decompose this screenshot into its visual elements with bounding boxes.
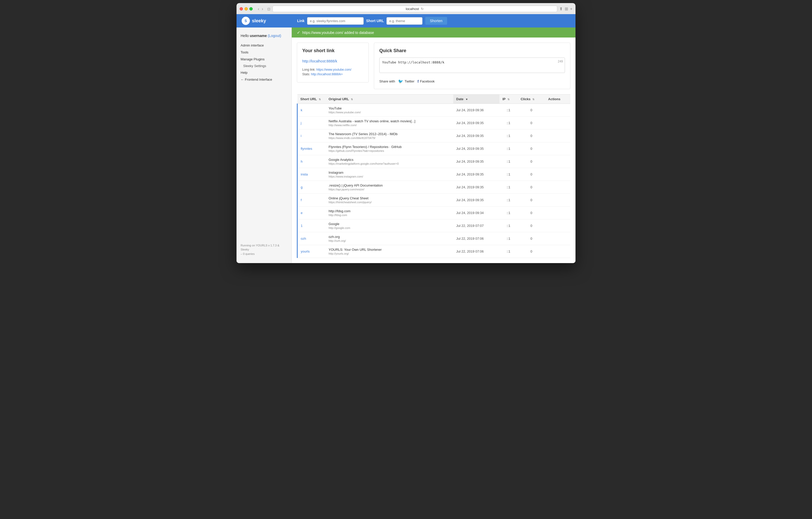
cell-ip-10: ::1 — [499, 232, 518, 245]
top-navbar: S sleeky Link Short URL Shorten — [236, 14, 576, 27]
username-text: username — [250, 34, 267, 38]
share-textarea[interactable] — [379, 58, 565, 73]
twitter-icon: 🐦 — [398, 79, 403, 84]
sidebar-icon[interactable]: ⊞ — [565, 6, 568, 11]
cell-original-4: Google Analytics https://marketingplatfo… — [326, 155, 453, 168]
long-link-url[interactable]: https://www.youtube.com/ — [316, 68, 352, 72]
cell-short-4[interactable]: h — [297, 155, 326, 168]
table-row: flynntes Flynntes (Flynn Tesoriero) / Re… — [297, 142, 571, 155]
cell-clicks-2: 0 — [518, 130, 545, 142]
cell-date-11: Jul 22, 2019 07:06 — [453, 245, 499, 258]
sidebar-item-sleeky-settings[interactable]: Sleeky Settings — [236, 63, 291, 69]
nav-buttons: ‹ › — [257, 7, 264, 11]
sidebar-item-tools[interactable]: Tools — [236, 49, 291, 56]
cell-date-1: Jul 24, 2019 09:35 — [453, 117, 499, 130]
cell-ip-7: ::1 — [499, 194, 518, 207]
banner-text: https://www.youtube.com/ added to databa… — [302, 31, 374, 35]
stats-url[interactable]: http://localhost:8888/k+ — [311, 73, 343, 76]
cell-short-0[interactable]: k — [297, 104, 326, 117]
cell-short-2[interactable]: i — [297, 130, 326, 142]
sidebar-item-admin[interactable]: Admin interface — [236, 42, 291, 49]
url-table-container: Short URL ⇅ Original URL ⇅ Date — [292, 94, 576, 263]
cell-short-11[interactable]: yourls — [297, 245, 326, 258]
logout-link[interactable]: (Logout) — [268, 34, 281, 38]
twitter-label: Twitter — [404, 79, 414, 83]
cell-original-1: Netflix Australia - watch TV shows onlin… — [326, 117, 453, 130]
cell-url-0: https://www.youtube.com/ — [329, 111, 450, 114]
col-ip[interactable]: IP ⇅ — [499, 94, 518, 104]
short-url-input[interactable] — [386, 17, 423, 25]
quick-share-title: Quick Share — [379, 48, 565, 53]
cell-original-7: Online jQuery Cheat Sheet https://htmlch… — [326, 194, 453, 207]
table-row: i The Newsroom (TV Series 2012–2014) - I… — [297, 130, 571, 142]
reload-icon[interactable]: ↻ — [421, 7, 424, 11]
share-icon[interactable]: ⬆ — [559, 6, 563, 11]
cell-date-0: Jul 24, 2019 09:36 — [453, 104, 499, 117]
cell-actions-6[interactable] — [545, 181, 570, 194]
cell-actions-1[interactable] — [545, 117, 570, 130]
cell-ip-2: ::1 — [499, 130, 518, 142]
stats-label: Stats: — [302, 73, 310, 76]
maximize-button[interactable] — [249, 7, 253, 10]
cell-title-3: Flynntes (Flynn Tesoriero) / Repositorie… — [329, 145, 450, 149]
sort-icon-clicks: ⇅ — [532, 98, 534, 101]
cell-clicks-5: 0 — [518, 168, 545, 181]
cell-date-5: Jul 24, 2019 09:35 — [453, 168, 499, 181]
table-row: yourls YOURLS: Your Own URL Shortener ht… — [297, 245, 571, 258]
sidebar-item-help[interactable]: Help — [236, 69, 291, 76]
cell-actions-10[interactable] — [545, 232, 570, 245]
short-url-link[interactable]: http://localhost:8888/k — [302, 59, 337, 63]
cell-actions-3[interactable] — [545, 142, 570, 155]
table-row: e http://fdsg.com http://fdsg.com Jul 24… — [297, 207, 571, 219]
twitter-button[interactable]: 🐦 Twitter — [398, 79, 414, 84]
cell-date-4: Jul 24, 2019 09:35 — [453, 155, 499, 168]
minimize-button[interactable] — [244, 7, 248, 10]
cell-actions-4[interactable] — [545, 155, 570, 168]
cell-short-10[interactable]: ozh — [297, 232, 326, 245]
cell-actions-7[interactable] — [545, 194, 570, 207]
table-row: j Netflix Australia - watch TV shows onl… — [297, 117, 571, 130]
cell-short-9[interactable]: 1 — [297, 219, 326, 232]
logo-icon: S — [242, 17, 250, 25]
col-date[interactable]: Date ▼ — [453, 94, 499, 104]
cell-short-7[interactable]: f — [297, 194, 326, 207]
sort-icon-ip: ⇅ — [508, 98, 510, 101]
cell-short-3[interactable]: flynntes — [297, 142, 326, 155]
cell-ip-8: ::1 — [499, 207, 518, 219]
cell-short-1[interactable]: j — [297, 117, 326, 130]
col-clicks[interactable]: Clicks ⇅ — [518, 94, 545, 104]
cell-date-8: Jul 24, 2019 09:34 — [453, 207, 499, 219]
cell-actions-5[interactable] — [545, 168, 570, 181]
cell-url-4: https://marketingplatform.google.com/hom… — [329, 162, 450, 165]
cell-original-5: Instagram https://www.instagram.com/ — [326, 168, 453, 181]
address-bar[interactable]: localhost ↻ — [272, 6, 557, 12]
back-button[interactable]: ‹ — [257, 7, 260, 11]
sidebar-item-plugins[interactable]: Manage Plugins — [236, 56, 291, 63]
new-tab-icon[interactable]: + — [570, 6, 572, 11]
link-input[interactable] — [307, 17, 364, 25]
cell-short-8[interactable]: e — [297, 207, 326, 219]
col-short-url[interactable]: Short URL ⇅ — [297, 94, 326, 104]
table-row: h Google Analytics https://marketingplat… — [297, 155, 571, 168]
cell-url-5: https://www.instagram.com/ — [329, 175, 450, 178]
cell-actions-0[interactable] — [545, 104, 570, 117]
col-actions: Actions — [545, 94, 570, 104]
shorten-button[interactable]: Shorten — [425, 17, 447, 25]
cell-original-10: ozh.org http://ozh.org/ — [326, 232, 453, 245]
cell-actions-2[interactable] — [545, 130, 570, 142]
col-original-url[interactable]: Original URL ⇅ — [326, 94, 453, 104]
sidebar-item-frontend[interactable]: ← Frontend Interface — [236, 76, 291, 83]
close-button[interactable] — [240, 7, 243, 10]
cell-original-2: The Newsroom (TV Series 2012–2014) - IMD… — [326, 130, 453, 142]
cell-actions-11[interactable] — [545, 245, 570, 258]
success-banner: ✓ https://www.youtube.com/ added to data… — [292, 27, 576, 37]
facebook-button[interactable]: f Facebook — [417, 79, 435, 83]
cell-actions-8[interactable] — [545, 207, 570, 219]
cell-short-6[interactable]: g — [297, 181, 326, 194]
chrome-actions: ⬆ ⊞ + — [559, 6, 572, 11]
forward-button[interactable]: › — [261, 7, 264, 11]
cell-short-5[interactable]: insta — [297, 168, 326, 181]
table-row: ozh ozh.org http://ozh.org/ Jul 22, 2019… — [297, 232, 571, 245]
tab-view-button[interactable]: ⊡ — [267, 7, 270, 11]
cell-actions-9[interactable] — [545, 219, 570, 232]
